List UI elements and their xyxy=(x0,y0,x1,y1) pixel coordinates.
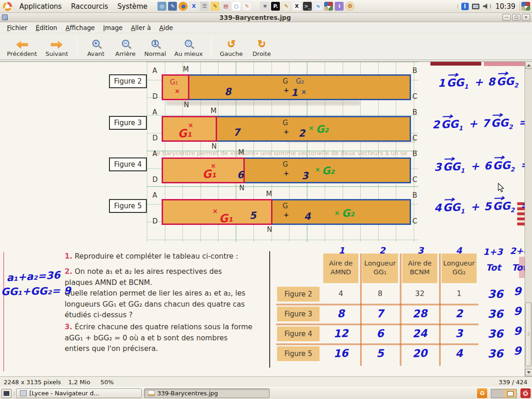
swirl-icon[interactable]: ∿ xyxy=(314,2,322,11)
figure-label-box: Figure 2 xyxy=(109,74,147,88)
workspace-2[interactable] xyxy=(504,389,516,398)
menu-aide[interactable]: Aide xyxy=(155,23,177,33)
screenlets-icon[interactable]: ◎ xyxy=(157,2,166,11)
colormap-icon-right[interactable] xyxy=(521,2,530,11)
ubuntu-logo-icon[interactable] xyxy=(3,2,12,11)
clock[interactable]: 10:39 xyxy=(496,2,515,11)
pdf-viewer-icon[interactable]: P. xyxy=(271,2,280,11)
xournal-icon[interactable]: X xyxy=(292,2,301,11)
table-total-col2: 9 xyxy=(514,325,521,338)
collection-position: 339 / 424 xyxy=(499,379,527,386)
close-button[interactable]: × xyxy=(522,14,530,21)
question-2: 2.On note a₁ et a₂ les aires respectives… xyxy=(65,266,270,321)
menu-aller-a[interactable]: Aller à xyxy=(127,23,155,33)
info-icon[interactable]: i xyxy=(335,2,344,11)
tray-handle: ⁞ xyxy=(457,3,458,10)
menu-affichage[interactable]: Affichage xyxy=(61,23,99,33)
display-icon[interactable] xyxy=(472,4,479,9)
bluetooth-icon[interactable]: ᛒ xyxy=(461,3,469,10)
table-grid-hline xyxy=(276,324,478,325)
question-number: 3. xyxy=(65,323,73,331)
workspace-1[interactable] xyxy=(491,389,504,398)
hand-equation-2: 2GG1 + 7GG2 = 0 xyxy=(432,116,525,133)
panel-menu-systeme[interactable]: Système xyxy=(113,1,152,12)
point-label-m: M xyxy=(266,190,272,198)
table-grid-vline xyxy=(360,254,362,366)
volume-icon[interactable] xyxy=(483,4,490,9)
scroll-down-button[interactable] xyxy=(525,369,532,376)
taskbar-handle: ⁞ xyxy=(13,390,14,396)
arriere-icon: − xyxy=(122,40,129,47)
panel-menu-applications[interactable]: Applications xyxy=(15,1,66,12)
scroll-up-button[interactable] xyxy=(525,61,532,69)
zoom-level: 50% xyxy=(100,379,114,386)
table-grid-vline xyxy=(439,254,441,366)
droite-icon: ↻ xyxy=(258,39,266,49)
point-label-g: G xyxy=(283,202,288,210)
image-editor-icon[interactable]: ✎ xyxy=(168,2,177,11)
panel-menu-raccourcis[interactable]: Raccourcis xyxy=(66,1,113,12)
maximize-button[interactable]: □ xyxy=(512,14,520,21)
vector-term: GG2 xyxy=(491,117,513,131)
titlebar[interactable]: 339-Barycentres.jpg —□× xyxy=(0,13,532,22)
terminal-icon[interactable]: >_ xyxy=(303,2,312,11)
scrollbar-thumb[interactable] xyxy=(526,302,532,366)
menu-edition[interactable]: Édition xyxy=(31,23,61,33)
show-desktop-button[interactable] xyxy=(1,389,12,398)
kig-icon[interactable]: ✎ xyxy=(242,2,251,11)
toolbar-normal-button[interactable]: 1Normal xyxy=(140,35,170,58)
point-label-n: N xyxy=(184,101,189,109)
hand-column-number: 4 xyxy=(456,245,462,255)
firefox-icon[interactable]: ● xyxy=(179,2,187,11)
chart-icon[interactable]: ▤ xyxy=(221,2,230,11)
palette-icon[interactable]: ❂ xyxy=(345,2,354,11)
table-cell-value: 8 xyxy=(323,305,358,323)
vector-term: GG2 xyxy=(493,200,515,214)
hand-column-number: 3 xyxy=(417,245,423,255)
keyboard-icon[interactable]: ☰ xyxy=(200,2,209,11)
question-text: Reproduire et compléter le tableau ci-co… xyxy=(75,252,238,260)
point-label-c: C xyxy=(412,92,417,101)
table-grid-vline xyxy=(400,254,401,366)
toolbar-gauche-button[interactable]: ↺Gauche xyxy=(216,35,247,58)
menu-fichier[interactable]: Fichier xyxy=(3,23,31,33)
toolbar-au-mieux-button[interactable]: ⁘Au mieux xyxy=(170,35,207,58)
menu-image[interactable]: Image xyxy=(99,23,127,33)
minimize-button[interactable]: — xyxy=(502,14,511,21)
vector-term: GG2 xyxy=(496,75,519,90)
hand-equation-1: 1GG1 + 8GG2 = 0 xyxy=(438,74,525,91)
geogebra-icon[interactable]: ○ xyxy=(232,2,241,11)
vertical-scrollbar[interactable] xyxy=(525,61,532,376)
snapshot-icon[interactable]: ⌗ xyxy=(260,2,269,11)
table-total-col2: 9 xyxy=(514,305,521,318)
power-button[interactable] xyxy=(520,388,531,398)
colormap-icon[interactable] xyxy=(324,2,333,11)
point-label-d: D xyxy=(152,175,158,184)
g2-label: G₂ xyxy=(315,123,329,135)
table-header-cell: Longueur GG₁ xyxy=(362,254,398,283)
g1-x-marker: × xyxy=(211,162,216,169)
statusbar: 2248 x 3135 pixels 1,2 Mio 50% 339 / 424 xyxy=(0,376,532,387)
workspace-switcher[interactable] xyxy=(491,389,517,398)
taskbar-window-1[interactable]: [Lycee - Navigateur d... xyxy=(16,388,142,398)
g1-x-marker: × xyxy=(188,121,193,129)
toolbar-droite-button[interactable]: ↻Droite xyxy=(247,35,277,58)
point-label-b: B xyxy=(412,108,417,116)
lyx-icon[interactable]: X xyxy=(189,2,198,11)
hand-number-left: 5 xyxy=(249,210,256,222)
tomboy-notes-icon[interactable]: ✎ xyxy=(282,2,290,11)
table-total-col1: 36 xyxy=(488,327,503,340)
point-label-g: G xyxy=(283,77,288,85)
toolbar-precedent-button[interactable]: Précédent xyxy=(3,35,41,58)
trash-icon[interactable]: ♻ xyxy=(477,388,487,398)
taskbar-window-2[interactable]: 339-Barycentres.jpg xyxy=(144,388,270,398)
point-label-b: B xyxy=(412,150,417,158)
point-label-a: A xyxy=(152,108,157,116)
toolbar-arriere-button[interactable]: −Arrière xyxy=(111,35,140,58)
hand-number-right: 1 xyxy=(290,87,298,99)
toolbar-avant-button[interactable]: +Avant xyxy=(81,35,111,58)
margin-note-1: a₁+a₂=36 xyxy=(6,269,60,284)
notes-icon[interactable]: ✎ xyxy=(211,2,219,11)
point-label-d: D xyxy=(152,92,158,101)
toolbar-suivant-button[interactable]: Suivant xyxy=(41,35,72,58)
